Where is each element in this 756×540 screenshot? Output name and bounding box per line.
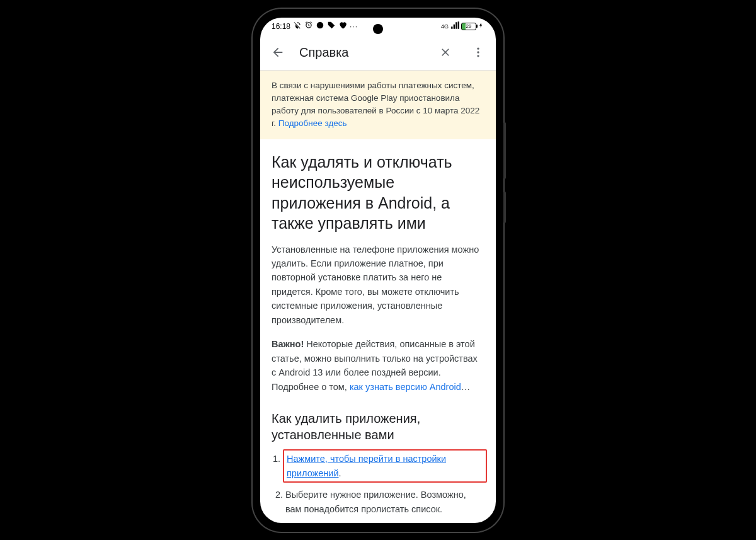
phone-frame: 16:18 ··· 4G [253, 9, 503, 532]
tag-icon [327, 21, 336, 32]
svg-point-3 [477, 55, 479, 57]
charging-icon [478, 21, 484, 32]
step-1: Нажмите, чтобы перейти в настройки прило… [283, 449, 487, 483]
viber-icon [316, 21, 324, 32]
front-camera [373, 24, 383, 34]
android-version-link[interactable]: как узнать версию Android [350, 382, 461, 392]
article-paragraph-1: Установленные на телефоне приложения мож… [272, 243, 484, 328]
step-1-tail: . [339, 468, 341, 478]
important-label: Важно! [272, 339, 304, 349]
svg-point-1 [477, 48, 479, 50]
power-button [503, 192, 506, 223]
svg-point-0 [317, 22, 324, 29]
heart-icon [338, 21, 347, 32]
more-notifications-icon: ··· [350, 22, 358, 31]
para2-tail: … [461, 382, 471, 392]
alarm-icon [304, 21, 313, 32]
page-title: Справка [299, 45, 424, 60]
notice-banner: В связи с нарушениями работы платежных с… [260, 71, 496, 139]
step-2: Выберите нужное приложение. Возможно, ва… [285, 488, 484, 516]
screen: 16:18 ··· 4G [260, 18, 496, 523]
notice-link[interactable]: Подробнее здесь [278, 118, 347, 128]
svg-point-2 [477, 51, 479, 53]
close-button[interactable] [434, 41, 457, 64]
overflow-menu-button[interactable] [467, 41, 490, 64]
silent-icon [293, 21, 302, 32]
network-type: 4G [441, 23, 449, 30]
step-1-link[interactable]: Нажмите, чтобы перейти в настройки прило… [287, 454, 446, 478]
article-heading: Как удалять и отключать неиспользуемые п… [272, 152, 484, 234]
volume-button [503, 122, 506, 179]
back-button[interactable] [266, 41, 289, 64]
content-scroll[interactable]: В связи с нарушениями работы платежных с… [260, 71, 496, 523]
signal-icon [450, 21, 459, 32]
article-subheading: Как удалить приложения, установленные ва… [272, 410, 484, 443]
app-bar: Справка [260, 35, 496, 71]
battery-icon: 29 [461, 23, 476, 30]
article-paragraph-2: Важно! Некоторые действия, описанные в э… [272, 337, 484, 394]
article: Как удалять и отключать неиспользуемые п… [260, 139, 496, 523]
status-time: 16:18 [272, 22, 290, 31]
steps-list: Нажмите, чтобы перейти в настройки прило… [272, 449, 484, 516]
